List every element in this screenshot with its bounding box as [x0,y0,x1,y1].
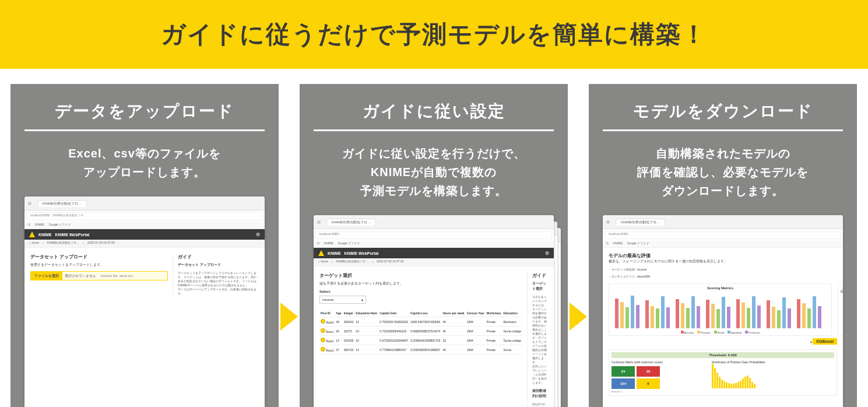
svg-marker-0 [280,303,298,331]
screenshot-eval: KNIME分析自動化フロ… localhost:8080/… GKNIMEGoo… [603,215,843,407]
svg-marker-1 [570,303,587,331]
address-bar: localhost:8080/…/KNIME分析自動化フロ… [26,212,263,220]
breadcrumb: ⌂ home›KNIME分析自動化フロ…›2020-07-30 15:47:00 [24,240,265,248]
gear-icon[interactable]: ⚙ [256,232,260,237]
distribution-chart [712,364,834,388]
gear-icon[interactable]: ⚙ [545,251,549,256]
knime-header: KNIME KNIME WebPortal ⚙ [24,229,265,240]
step-desc: Excel、csv等のファイルを アップロードします。 [24,144,265,181]
step-title: データをアップロード [24,100,265,131]
target-select[interactable]: Income▾ [319,296,366,304]
knime-logo-icon [318,250,324,256]
model-badge: XGBoost [813,338,837,345]
step-title: モデルをダウンロード [603,100,843,131]
file-choose-button[interactable]: ファイルを選択 [31,272,62,280]
file-placeholder: 選択されていません [62,273,99,279]
scoring-metrics-chart: Scoring Metrics AccuracyPrecisionRecallS… [609,283,832,336]
guide-body: データセットをアップロードしてモデルをトレーニングします。ターゲットは、最後の列… [178,271,259,296]
chevron-down-icon: ▾ [361,298,363,302]
guide-sub: データセット アップロード [178,262,259,268]
file-input[interactable]: ファイルを選択 選択されていません Default file: adult.cs… [30,271,168,280]
threshold-panel: Threshold: 0.500 Confusion Matrix (with … [609,349,837,396]
headline-banner: ガイドに従うだけで予測モデルを簡単に構築！ [0,0,868,69]
target-sub: 値を予測する必要があるターゲット列を選択します。 [319,281,522,286]
target-heading: ターゲット選択 [319,272,522,279]
series-label: ■ Series 1 [612,390,706,393]
steps-row: データをアップロード Excel、csv等のファイルを アップロードします。 K… [0,84,868,407]
file-name: Default file: adult.csv [99,274,135,278]
step-card-configure: ガイドに従い設定 ガイドに従い設定を行うだけで、 KNIMEが自動で複数の 予測… [300,84,568,407]
step-desc: ガイドに従い設定を行うだけで、 KNIMEが自動で複数の 予測モデルを構築します… [314,144,554,200]
step-title: ガイドに従い設定 [314,100,554,131]
arrow-icon [279,84,300,407]
browser-chrome: KNIME分析自動化フロ… [24,197,265,210]
browser-tab: KNIME分析自動化フロ… [37,200,87,207]
step-card-upload: データをアップロード Excel、csv等のファイルを アップロードします。 K… [10,84,279,407]
bookmarks-bar: GKNIMEGoogle ドライブ [24,222,265,229]
step-desc: 自動構築されたモデルの 評価を確認し、必要なモデルを ダウンロードします。 [603,144,843,200]
upload-heading: データセット アップロード [30,254,168,260]
arrow-icon [568,84,589,407]
upload-sub: 使用するデータセットをアップロードします。 [30,262,168,268]
select-label: Select: [319,290,522,293]
confusion-matrix: 24 25 134 6 [612,366,706,389]
headline-text: ガイドに従うだけで予測モデルを簡単に構築！ [161,18,707,51]
screenshot-target: KNIME分析自動化フロ… localhost:8080/… GKNIMEGoo… [314,215,554,407]
knime-portal: KNIME WebPortal [55,233,90,237]
browser-chrome: KNIME分析自動化フロ… [314,215,554,229]
knime-brand: KNIME [38,233,52,237]
preview-table: Row IDAgeIntegerEducation-NumCapital Gai… [319,310,522,355]
eval-heading: モデルの最高な評価 [609,252,837,259]
step-card-download: モデルをダウンロード 自動構築されたモデルの 評価を確認し、必要なモデルを ダウ… [589,84,857,407]
knime-logo-icon [29,231,35,237]
eval-sub: 最良な、トレーニングされたモデルに関する一連の知見情報を表示します。 [609,259,837,264]
roc-chart: ROC Curves [838,283,843,336]
guide-heading: ガイド [178,254,259,260]
screenshot-upload: KNIME分析自動化フロ… localhost:8080/…/KNIME分析自動… [24,197,265,407]
